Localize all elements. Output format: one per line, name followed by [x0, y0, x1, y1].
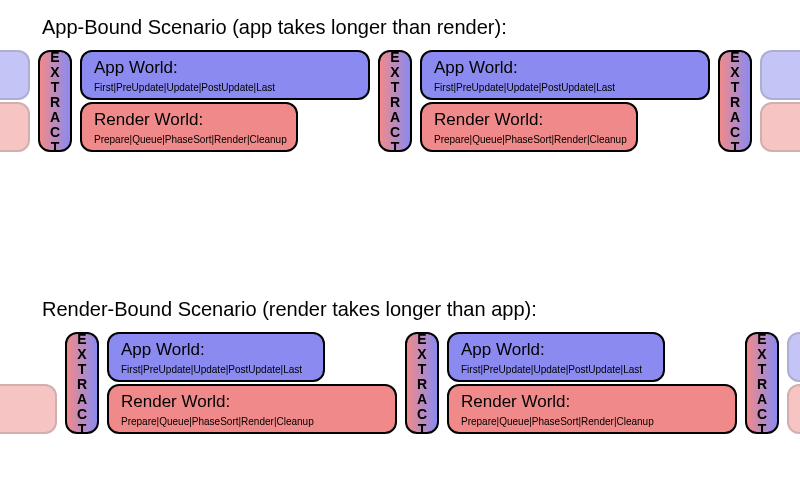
- app-world-phases: First|PreUpdate|Update|PostUpdate|Last: [461, 364, 653, 375]
- extract-label: EXTRACT: [727, 49, 743, 154]
- render-world-block-faded-left: [0, 102, 30, 152]
- app-world-phases: First|PreUpdate|Update|PostUpdate|Last: [121, 364, 313, 375]
- app-world-phases: First|PreUpdate|Update|PostUpdate|Last: [94, 82, 358, 93]
- extract-label: EXTRACT: [387, 49, 403, 154]
- extract-block-5: EXTRACT: [405, 332, 439, 434]
- app-world-block-faded-left: [0, 50, 30, 100]
- render-world-phases: Prepare|Queue|PhaseSort|Render|Cleanup: [434, 134, 626, 145]
- extract-block-4: EXTRACT: [65, 332, 99, 434]
- extract-label: EXTRACT: [74, 331, 90, 436]
- app-world-block-2: App World: First|PreUpdate|Update|PostUp…: [420, 50, 710, 100]
- scenario-2-title: Render-Bound Scenario (render takes long…: [42, 298, 537, 321]
- extract-label: EXTRACT: [414, 331, 430, 436]
- extract-block-1: EXTRACT: [38, 50, 72, 152]
- extract-label: EXTRACT: [47, 49, 63, 154]
- app-world-block-faded-right-2: [787, 332, 800, 382]
- extract-block-3: EXTRACT: [718, 50, 752, 152]
- app-world-title: App World:: [94, 58, 358, 78]
- render-world-block-faded-left-2: [0, 384, 57, 434]
- extract-label: EXTRACT: [754, 331, 770, 436]
- render-world-title: Render World:: [94, 110, 286, 130]
- render-world-block-faded-right-2: [787, 384, 800, 434]
- app-world-block-3: App World: First|PreUpdate|Update|PostUp…: [107, 332, 325, 382]
- app-world-block-faded-right: [760, 50, 800, 100]
- extract-block-6: EXTRACT: [745, 332, 779, 434]
- render-world-phases: Prepare|Queue|PhaseSort|Render|Cleanup: [461, 416, 725, 427]
- app-world-phases: First|PreUpdate|Update|PostUpdate|Last: [434, 82, 698, 93]
- render-world-block-faded-right: [760, 102, 800, 152]
- render-world-title: Render World:: [121, 392, 385, 412]
- app-world-block-4: App World: First|PreUpdate|Update|PostUp…: [447, 332, 665, 382]
- render-world-block-2: Render World: Prepare|Queue|PhaseSort|Re…: [420, 102, 638, 152]
- render-world-block-3: Render World: Prepare|Queue|PhaseSort|Re…: [107, 384, 397, 434]
- scenario-1-title: App-Bound Scenario (app takes longer tha…: [42, 16, 507, 39]
- render-world-block-1: Render World: Prepare|Queue|PhaseSort|Re…: [80, 102, 298, 152]
- render-world-block-4: Render World: Prepare|Queue|PhaseSort|Re…: [447, 384, 737, 434]
- app-world-title: App World:: [461, 340, 653, 360]
- render-world-phases: Prepare|Queue|PhaseSort|Render|Cleanup: [94, 134, 286, 145]
- app-world-title: App World:: [121, 340, 313, 360]
- render-world-title: Render World:: [461, 392, 725, 412]
- app-world-title: App World:: [434, 58, 698, 78]
- extract-block-2: EXTRACT: [378, 50, 412, 152]
- render-world-phases: Prepare|Queue|PhaseSort|Render|Cleanup: [121, 416, 385, 427]
- app-world-block-1: App World: First|PreUpdate|Update|PostUp…: [80, 50, 370, 100]
- render-world-title: Render World:: [434, 110, 626, 130]
